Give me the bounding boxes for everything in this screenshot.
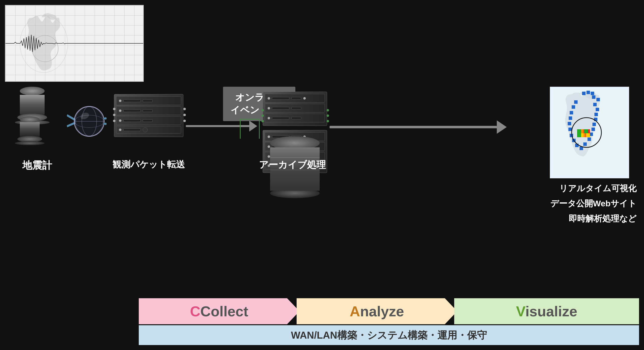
svg-rect-25 [592,128,595,131]
svg-rect-50 [577,129,581,133]
dots-server1-right [183,108,186,122]
svg-rect-19 [596,98,600,101]
server-rack-online-1 [263,92,327,126]
svg-rect-27 [588,138,591,141]
svg-rect-52 [584,129,588,133]
analyze-a-letter: A [350,303,360,319]
seismic-wave [6,34,143,53]
seismometer-label: 地震計 [15,158,60,172]
svg-rect-38 [574,100,578,104]
main-arrow [330,126,498,128]
server-rack-first [114,94,183,137]
v-line-online-top [240,119,240,139]
globe-svg [67,102,106,141]
svg-point-11 [75,107,104,136]
realtime-desc: リアルタイム可視化 データ公開Webサイト 即時解析処理など [550,181,636,226]
collect-text: Collect [200,303,248,319]
globe-network [67,102,106,142]
green-dots-left [262,109,264,122]
svg-rect-51 [577,133,581,137]
collect-label: CCollect [190,303,248,320]
process-bars-row: CCollect Analyze Visualize [139,298,639,324]
wan-bar: WAN/LAN構築・システム構築・運用・保守 [139,325,639,345]
svg-rect-33 [568,128,572,131]
flow-bars-container: CCollect Analyze Visualize WAN/LAN構築・システ… [139,298,639,345]
collect-c-letter: C [190,303,200,319]
collect-bar: CCollect [139,298,300,324]
svg-rect-18 [592,95,596,99]
svg-rect-37 [572,105,575,109]
h-line-online [240,119,260,120]
visualize-bar: Visualize [454,298,639,324]
svg-rect-40 [586,91,590,94]
analyze-label: Analyze [350,303,404,320]
svg-marker-15 [105,117,106,120]
analyze-bar: Analyze [296,298,458,324]
svg-rect-39 [582,92,586,95]
svg-rect-21 [596,108,599,111]
green-dots-right [326,109,329,122]
visualize-v-letter: V [516,303,525,319]
dots-server1-left [113,108,116,122]
svg-rect-20 [593,103,597,106]
svg-rect-48 [586,133,590,137]
visualize-label: Visualize [516,303,577,320]
analyze-text: nalyze [360,303,404,319]
svg-rect-34 [568,122,571,125]
seismometer-small [20,116,44,145]
svg-rect-35 [569,116,572,120]
svg-rect-41 [591,92,594,95]
mid-section: 地震計 [0,84,644,238]
japan-colored-map [552,89,627,176]
svg-rect-22 [594,113,598,116]
svg-rect-36 [570,111,573,114]
svg-rect-26 [590,132,593,136]
arrow-between-servers [186,125,250,127]
visualize-text: isualize [525,303,577,319]
archive-label: アーカイブ処理 [258,158,327,171]
wan-label: WAN/LAN構築・システム構築・運用・保守 [291,328,487,342]
svg-rect-28 [583,142,587,146]
svg-marker-16 [105,122,106,125]
visualization-map [550,87,629,178]
seismograph-image [5,5,144,82]
packet-transfer-label: 観測パケット転送 [106,158,191,171]
svg-rect-24 [592,122,596,126]
main-container: 地震計 [0,0,644,350]
v-line-online-right [259,119,260,139]
